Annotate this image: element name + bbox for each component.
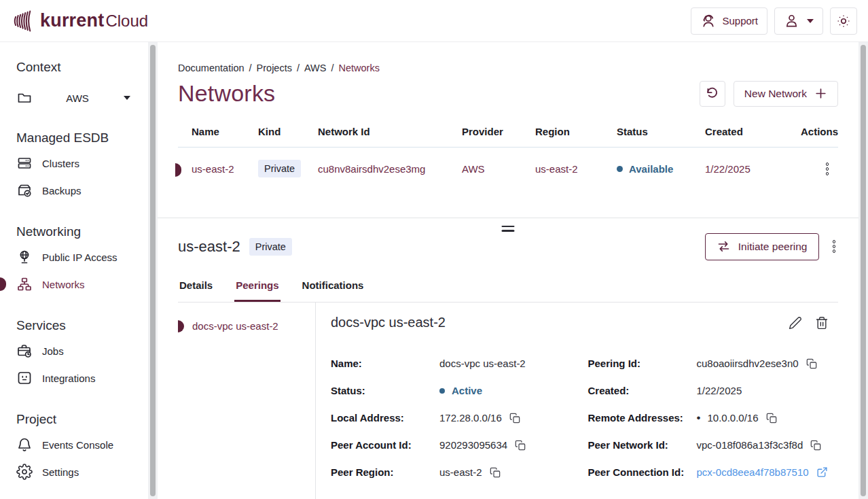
sidebar-heading-networking: Networking — [16, 224, 141, 239]
cell-provider: AWS — [462, 163, 535, 175]
sidebar-item-events-console[interactable]: Events Console — [16, 431, 141, 458]
panel-drag-handle[interactable] — [501, 224, 516, 233]
sidebar-item-backups[interactable]: Backups — [16, 177, 141, 204]
table-row[interactable]: us-east-2 Private cu8nv8airsdhv2ese3mg A… — [178, 148, 838, 193]
column-header-region: Region — [535, 126, 617, 137]
copy-button[interactable] — [765, 412, 778, 424]
external-link-button[interactable] — [816, 466, 829, 479]
sidebar-item-clusters[interactable]: Clusters — [16, 150, 141, 177]
sidebar-scrollbar-thumb[interactable] — [150, 45, 156, 496]
networks-table: Name Kind Network Id Provider Region Sta… — [178, 120, 838, 193]
pencil-icon — [789, 316, 802, 330]
field-peering-id: Peering Id: cu8oaoiirsdhv2ese3n0 — [588, 350, 839, 377]
public-ip-icon — [16, 249, 33, 265]
initiate-peering-button[interactable]: Initiate peering — [705, 233, 819, 260]
sidebar-heading-project: Project — [16, 412, 141, 427]
new-network-button[interactable]: New Network — [734, 81, 838, 107]
top-bar: kurrentCloud Support — [0, 0, 868, 42]
sidebar-item-jobs[interactable]: Jobs — [16, 337, 141, 364]
field-label: Remote Addresses: — [588, 412, 697, 424]
kind-badge: Private — [258, 160, 301, 177]
user-icon — [784, 13, 799, 29]
cell-network-id: cu8nv8airsdhv2ese3mg — [318, 163, 462, 175]
sidebar-item-label: Clusters — [42, 158, 79, 169]
kurrent-logo[interactable]: kurrentCloud — [14, 6, 148, 36]
delete-peering-button[interactable] — [814, 315, 830, 331]
breadcrumb-separator: / — [249, 63, 252, 73]
sidebar-item-label: Networks — [42, 279, 85, 290]
breadcrumb-item[interactable]: AWS — [304, 63, 327, 73]
copy-button[interactable] — [514, 439, 526, 451]
sidebar-item-public-ip-access[interactable]: Public IP Access — [16, 243, 141, 271]
breadcrumb-item[interactable]: Documentation — [178, 63, 245, 73]
breadcrumb-item[interactable]: Projects — [257, 63, 292, 73]
tab-details[interactable]: Details — [178, 277, 214, 302]
user-menu-button[interactable] — [774, 7, 823, 35]
sidebar-heading-context: Context — [16, 60, 141, 75]
headset-icon — [700, 13, 716, 29]
sidebar-item-label: Backups — [42, 185, 82, 196]
chevron-down-icon — [124, 96, 130, 100]
tab-peerings[interactable]: Peerings — [234, 277, 280, 302]
context-selector[interactable]: AWS — [16, 86, 130, 110]
field-value: cu8oaoiirsdhv2ese3n0 — [697, 358, 799, 369]
jobs-icon — [16, 343, 33, 359]
cell-created: 1/22/2025 — [705, 163, 793, 175]
copy-button[interactable] — [489, 466, 501, 479]
field-label: Created: — [588, 385, 697, 396]
sidebar-item-networks[interactable]: Networks — [16, 271, 141, 298]
field-peer-region: Peer Region: us-east-2 — [331, 459, 581, 486]
field-label: Peering Id: — [588, 358, 697, 369]
refresh-button[interactable] — [700, 81, 725, 107]
panel-actions-menu-button[interactable] — [830, 237, 839, 256]
main-scrollbar[interactable] — [858, 42, 868, 499]
sidebar: Context AWS Managed ESDB Clusters — [0, 42, 148, 499]
row-actions-menu-button[interactable] — [823, 160, 832, 178]
sidebar-item-integrations[interactable]: Integrations — [16, 364, 141, 392]
sidebar-item-label: Settings — [42, 466, 79, 478]
sidebar-heading-services: Services — [16, 318, 141, 333]
copy-icon — [515, 440, 526, 451]
column-header-created: Created — [705, 126, 793, 137]
field-label: Peer Account Id: — [331, 439, 439, 451]
cell-region: us-east-2 — [535, 163, 617, 175]
peerings-list: docs-vpc us-east-2 — [178, 303, 316, 499]
sidebar-item-settings[interactable]: Settings — [16, 458, 141, 485]
peering-list-item[interactable]: docs-vpc us-east-2 — [178, 320, 315, 332]
copy-button[interactable] — [810, 439, 822, 451]
field-label: Local Address: — [331, 412, 439, 424]
field-value: 1/22/2025 — [697, 385, 742, 396]
network-detail-panel: us-east-2 Private Initiate peering — [158, 218, 858, 499]
support-button[interactable]: Support — [691, 7, 767, 35]
field-peer-network-id: Peer Network Id: vpc-018f086a13f3c3f8d — [588, 432, 839, 459]
field-peer-account-id: Peer Account Id: 920293095634 — [331, 432, 581, 459]
copy-button[interactable] — [806, 358, 818, 370]
field-label: Peer Connection Id: — [588, 466, 697, 478]
chevron-down-icon — [807, 19, 814, 23]
field-value: Active — [452, 385, 482, 396]
folder-icon — [16, 90, 33, 106]
peer-connection-link[interactable]: pcx-0cd8eea4f78b87510 — [697, 466, 809, 478]
edit-peering-button[interactable] — [787, 315, 803, 331]
main-scrollbar-thumb[interactable] — [861, 45, 866, 496]
swap-arrows-icon — [717, 239, 731, 254]
tab-notifications[interactable]: Notifications — [301, 277, 365, 302]
column-header-name: Name — [178, 126, 258, 137]
sidebar-scrollbar[interactable] — [148, 42, 158, 499]
fields-right-column: Peering Id: cu8oaoiirsdhv2ese3n0 Created… — [588, 350, 839, 486]
plus-icon — [814, 87, 827, 100]
copy-icon — [810, 440, 821, 451]
networks-icon — [16, 276, 33, 292]
column-header-status: Status — [617, 126, 705, 137]
field-name: Name: docs-vpc us-east-2 — [331, 350, 581, 377]
bell-icon — [16, 436, 33, 453]
selected-peering-indicator — [178, 320, 184, 332]
copy-button[interactable] — [509, 412, 521, 424]
sidebar-item-label: Events Console — [42, 439, 113, 451]
sun-icon — [836, 14, 851, 29]
table-header-row: Name Kind Network Id Provider Region Sta… — [178, 120, 838, 148]
column-header-network-id: Network Id — [318, 126, 462, 137]
trash-icon — [815, 316, 829, 330]
field-value: docs-vpc us-east-2 — [439, 358, 526, 369]
theme-toggle-button[interactable] — [830, 7, 857, 35]
